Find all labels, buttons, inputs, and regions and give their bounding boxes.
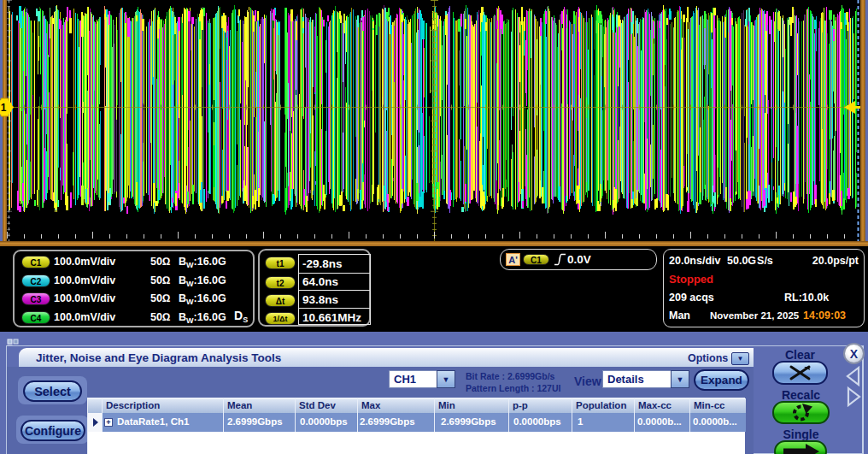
svg-text:1: 1 [1,102,7,114]
